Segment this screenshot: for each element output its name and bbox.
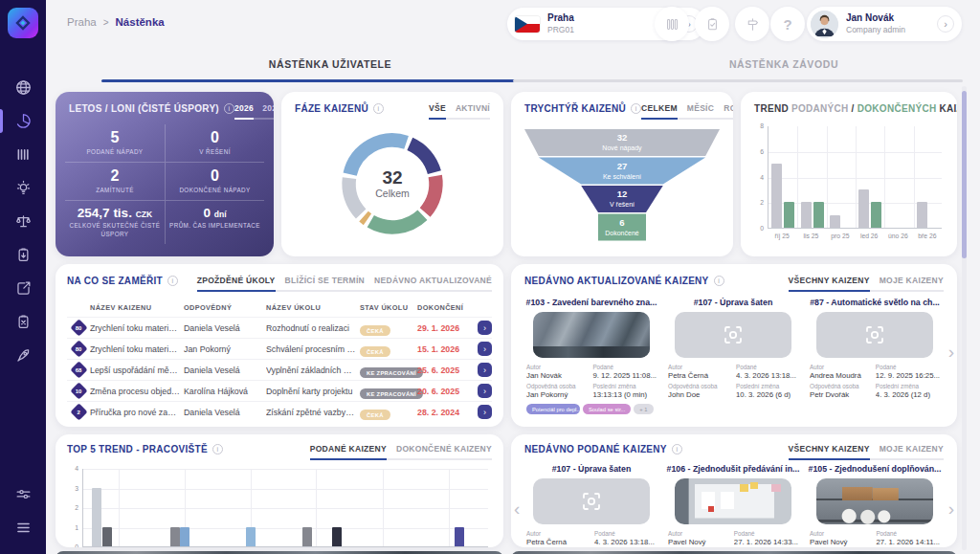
bar bbox=[801, 202, 812, 228]
field-value: Pavel Nový bbox=[810, 538, 870, 546]
row-action-cell bbox=[473, 342, 492, 356]
field-label: Podané bbox=[594, 530, 657, 537]
sidebar-item-settings[interactable] bbox=[0, 477, 46, 511]
field-last-change: Poslední změna13:13:13 (0 min) bbox=[592, 383, 657, 399]
tab-submitted-kaizens[interactable]: PODANÉ KAIZENY bbox=[310, 444, 387, 460]
tag-badge[interactable]: Potenciál pro depl... bbox=[526, 404, 580, 414]
tab-my-kaizens[interactable]: MOJE KAIZENY bbox=[880, 444, 944, 460]
user-menu[interactable]: Jan Novák Company admin bbox=[807, 7, 962, 41]
savings-title-text: LETOS / LONI (ČISTÉ ÚSPORY) bbox=[69, 103, 219, 114]
tab-total[interactable]: CELKEM bbox=[641, 103, 678, 120]
kanban-columns-button[interactable] bbox=[655, 7, 689, 41]
stat-value: 0 dní bbox=[169, 207, 260, 220]
tab-year-2025[interactable]: 2025 bbox=[262, 103, 274, 120]
open-row-button[interactable] bbox=[478, 384, 492, 398]
donut-center: 32 Celkem bbox=[337, 128, 448, 239]
tab-plant-board[interactable]: NÁSTĚNKA ZÁVODU bbox=[559, 58, 980, 70]
sidebar-item-rejected[interactable] bbox=[0, 305, 46, 339]
kaizen-card[interactable]: #106 - Zjednodušit předávání in... Autor… bbox=[666, 464, 800, 547]
open-row-button[interactable] bbox=[478, 363, 492, 377]
field-value: Andrea Moudrá bbox=[810, 371, 870, 380]
tab-all[interactable]: VŠE bbox=[429, 103, 446, 120]
col-kaizen-name: NÁZEV KAIZENU bbox=[90, 303, 184, 312]
field-value: 4. 3. 2026 13:18... bbox=[736, 371, 798, 380]
tab-year[interactable]: ROK bbox=[724, 103, 733, 120]
table-row[interactable]: 68 Lepší uspořádání měřicích ... Daniela… bbox=[67, 359, 492, 380]
sidebar-item-implementation[interactable] bbox=[0, 339, 46, 372]
sidebar-item-globe[interactable] bbox=[0, 71, 46, 104]
col-task-name: NÁZEV ÚKOLU bbox=[266, 303, 360, 312]
field-label: Podané bbox=[734, 530, 798, 537]
open-row-button[interactable] bbox=[478, 405, 492, 419]
savings-year-tabs: 2026 2025 bbox=[234, 103, 274, 120]
tab-user-board[interactable]: NÁSTĚNKA UŽIVATELE bbox=[101, 58, 559, 70]
breadcrumb-root[interactable]: Praha bbox=[67, 16, 97, 28]
table-row[interactable]: 2 Příručka pro nové zaměstn... Daniela V… bbox=[67, 401, 492, 422]
info-icon[interactable] bbox=[714, 276, 724, 286]
tab-all-kaizens[interactable]: VŠECHNY KAIZENY bbox=[789, 276, 870, 292]
sidebar-item-export[interactable] bbox=[0, 272, 46, 305]
tag-badge[interactable]: Soulad se str... bbox=[583, 404, 631, 414]
tab-my-kaizens[interactable]: MOJE KAIZENY bbox=[880, 276, 944, 292]
tab-month[interactable]: MĚSÍC bbox=[687, 103, 714, 120]
kaizen-card[interactable]: #105 - Zjednodušení doplňován... AutorPa… bbox=[808, 464, 942, 547]
gridline bbox=[449, 469, 450, 546]
help-button[interactable]: ? bbox=[770, 7, 805, 41]
tab-upcoming-deadline[interactable]: BLÍŽÍCÍ SE TERMÍN bbox=[285, 276, 366, 292]
field-value: Pavel Nový bbox=[668, 538, 728, 546]
table-row[interactable]: 10 Změna procesu objednává... Karolína H… bbox=[67, 380, 492, 401]
funnel-title-text: TRYCHTÝŘ KAIZENŮ bbox=[524, 103, 626, 114]
field-value: Petra Černá bbox=[526, 538, 589, 546]
guide-button[interactable] bbox=[735, 7, 769, 41]
scales-icon bbox=[14, 212, 33, 231]
kaizen-number-badge: 68 bbox=[67, 364, 90, 376]
table-row[interactable]: 80 Zrychlení toku materiálu ... Daniela … bbox=[67, 317, 492, 338]
tag-more-badge[interactable]: + 1 bbox=[634, 404, 653, 414]
sidebar-item-evaluation[interactable] bbox=[0, 205, 46, 238]
active-indicator bbox=[0, 109, 3, 133]
info-icon[interactable] bbox=[224, 103, 234, 114]
carousel-next-icon[interactable]: › bbox=[948, 499, 954, 518]
chevron-right-icon[interactable] bbox=[937, 15, 954, 33]
tab-year-2026[interactable]: 2026 bbox=[234, 103, 254, 120]
tab-all-kaizens[interactable]: VŠECHNY KAIZENY bbox=[789, 444, 870, 460]
tab-recently-updated[interactable]: NEDÁVNO AKTUALIZOVANÉ bbox=[374, 276, 492, 292]
tab-delayed-tasks[interactable]: ZPOŽDĚNÉ ÚKOLY bbox=[197, 276, 276, 292]
field-author: AutorPavel Nový bbox=[668, 530, 728, 546]
tab-completed-kaizens[interactable]: DOKONČENÉ KAIZENY bbox=[396, 444, 492, 460]
open-row-button[interactable] bbox=[478, 321, 492, 335]
phases-donut-chart: 32 Celkem bbox=[337, 128, 448, 239]
open-row-button[interactable] bbox=[478, 342, 492, 356]
tab-active[interactable]: AKTIVNÍ bbox=[456, 103, 490, 120]
app-logo[interactable] bbox=[8, 8, 38, 38]
carousel-prev-icon[interactable]: ‹ bbox=[514, 499, 520, 518]
sidebar-item-tasks[interactable] bbox=[0, 238, 46, 272]
owner-name: Daniela Veselá bbox=[184, 323, 266, 333]
kaizen-card[interactable]: #87 - Automatické světlo na ch... AutorA… bbox=[808, 298, 942, 414]
stat-label: PODANÉ NÁPADY bbox=[69, 148, 161, 157]
tasks-button[interactable] bbox=[695, 7, 729, 41]
sidebar-item-kanban[interactable] bbox=[0, 138, 46, 171]
info-icon[interactable] bbox=[672, 444, 682, 454]
field-label: Odpovědná osoba bbox=[526, 383, 587, 389]
inactive-tab-underline bbox=[513, 79, 963, 82]
carousel-next-icon[interactable]: › bbox=[948, 343, 954, 361]
user-role: Company admin bbox=[846, 25, 905, 35]
kaizen-card[interactable]: #107 - Úprava šaten AutorPetra Černá Pod… bbox=[666, 298, 800, 414]
updated-title-text: NEDÁVNO AKTUALIZOVANÉ KAIZENY bbox=[524, 276, 709, 286]
info-icon[interactable] bbox=[167, 276, 178, 286]
gridline bbox=[797, 126, 798, 228]
scrollbar-thumb[interactable] bbox=[962, 91, 967, 258]
field-value: 27. 1. 2026 14:33... bbox=[734, 538, 798, 546]
field-submitted: Podané27. 1. 2026 14:11... bbox=[876, 530, 940, 546]
sidebar-item-dashboard[interactable] bbox=[0, 104, 46, 138]
kaizen-card[interactable]: #103 - Zavedení barevného zna... AutorJa… bbox=[524, 298, 658, 414]
savings-card: LETOS / LONI (ČISTÉ ÚSPORY) 2026 2025 5P… bbox=[56, 92, 274, 256]
kaizen-card[interactable]: #107 - Úprava šaten AutorPetra Černá Pod… bbox=[524, 464, 658, 547]
info-icon[interactable] bbox=[631, 103, 641, 114]
info-icon[interactable] bbox=[212, 444, 223, 454]
table-row[interactable]: 80 Zrychlení toku materiálu ... Jan Poko… bbox=[67, 338, 492, 359]
sidebar-item-ideas[interactable] bbox=[0, 171, 46, 205]
sidebar-item-menu[interactable] bbox=[0, 511, 46, 544]
info-icon[interactable] bbox=[373, 103, 384, 114]
